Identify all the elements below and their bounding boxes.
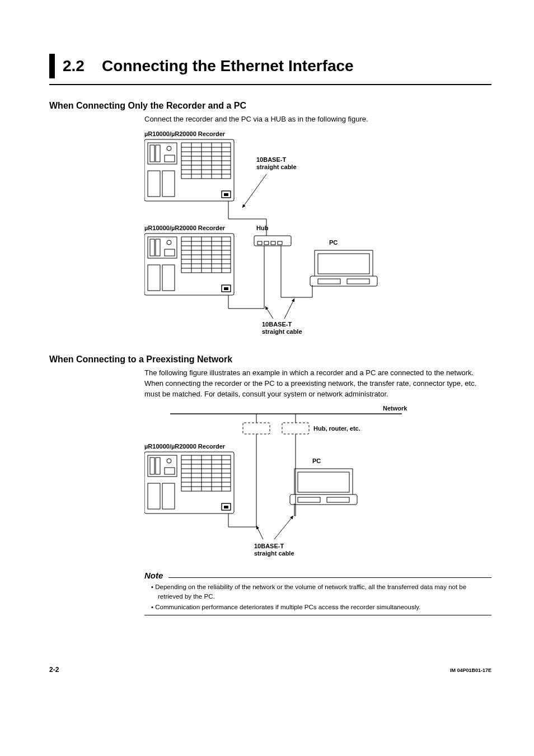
svg-rect-2 [148, 143, 177, 164]
svg-point-32 [167, 240, 171, 245]
svg-rect-51 [257, 241, 262, 245]
note-rule-bottom [144, 615, 491, 615]
svg-rect-93 [224, 506, 228, 508]
svg-rect-53 [271, 241, 275, 245]
svg-text:µR10000/µR20000 Recorder: µR10000/µR20000 Recorder [144, 443, 226, 450]
svg-rect-77 [165, 468, 175, 474]
svg-rect-6 [165, 155, 175, 162]
svg-rect-1 [144, 139, 234, 201]
svg-rect-20 [162, 171, 175, 197]
page-footer: 2-2 IM 04P01B01-17E [49, 666, 491, 674]
svg-rect-72 [144, 452, 234, 514]
svg-line-25 [242, 174, 266, 208]
svg-text:Hub, router, etc.: Hub, router, etc. [313, 425, 360, 432]
doc-id: IM 04P01B01-17E [450, 668, 491, 673]
title-mark [49, 54, 55, 78]
figure-2: Network Hub, router, etc. µR10000/µR2000… [144, 404, 491, 563]
page-number: 2-2 [49, 666, 59, 674]
figure-1: µR10000/µR20000 Recorder [144, 129, 491, 339]
svg-line-99 [256, 526, 263, 539]
svg-text:10BASE-T: 10BASE-T [262, 321, 292, 328]
section1-paragraph: Connect the recorder and the PC via a HU… [144, 114, 491, 125]
title-rule [49, 84, 491, 85]
title-heading: Connecting the Ethernet Interface [102, 57, 354, 74]
svg-rect-75 [156, 458, 160, 474]
svg-rect-69 [282, 423, 309, 434]
svg-text:µR10000/µR20000 Recorder: µR10000/µR20000 Recorder [144, 225, 226, 231]
svg-rect-98 [327, 497, 349, 502]
svg-rect-33 [165, 249, 175, 256]
svg-line-60 [265, 306, 273, 319]
svg-rect-28 [144, 234, 234, 295]
page-title: 2.2 Connecting the Ethernet Interface [63, 54, 354, 78]
svg-rect-52 [264, 241, 269, 245]
svg-rect-59 [347, 279, 369, 284]
svg-point-76 [167, 459, 171, 463]
note-item-2: Communication performance deteriorates i… [151, 603, 491, 612]
svg-text:straight cable: straight cable [256, 164, 297, 170]
section2-heading: When Connecting to a Preexisting Network [49, 354, 491, 365]
note-item-1: Depending on the reliability of the netw… [151, 582, 491, 601]
svg-rect-19 [148, 171, 160, 197]
svg-text:PC: PC [329, 239, 338, 246]
svg-rect-74 [150, 458, 154, 474]
svg-rect-73 [148, 455, 177, 477]
svg-text:PC: PC [312, 458, 321, 464]
svg-text:µR10000/µR20000 Recorder: µR10000/µR20000 Recorder [144, 130, 226, 137]
svg-rect-91 [162, 483, 175, 509]
svg-point-5 [167, 146, 171, 151]
svg-rect-47 [162, 265, 175, 291]
svg-text:straight cable: straight cable [262, 328, 302, 335]
page-title-block: 2.2 Connecting the Ethernet Interface [49, 54, 491, 78]
svg-rect-95 [290, 494, 357, 505]
svg-text:10BASE-T: 10BASE-T [256, 156, 286, 163]
section1-heading: When Connecting Only the Recorder and a … [49, 101, 491, 111]
svg-rect-31 [156, 239, 160, 256]
note-list: Depending on the reliability of the netw… [151, 582, 491, 612]
svg-rect-22 [224, 193, 228, 196]
svg-rect-97 [298, 497, 320, 502]
svg-rect-57 [318, 254, 369, 274]
svg-text:Hub: Hub [256, 225, 269, 231]
svg-rect-46 [148, 265, 160, 291]
note-rule-top [168, 577, 491, 578]
svg-line-100 [274, 516, 293, 539]
svg-rect-68 [243, 423, 270, 434]
note-heading: Note [144, 571, 166, 580]
svg-rect-49 [224, 287, 228, 290]
svg-rect-4 [156, 145, 160, 162]
svg-rect-96 [298, 472, 349, 492]
svg-text:Network: Network [383, 405, 407, 412]
svg-rect-56 [310, 276, 377, 286]
svg-rect-29 [148, 237, 177, 258]
svg-line-61 [284, 298, 294, 319]
svg-text:straight cable: straight cable [254, 550, 294, 557]
svg-rect-3 [150, 145, 154, 162]
svg-rect-54 [278, 241, 282, 245]
title-number: 2.2 [63, 57, 85, 74]
note-block: Note Depending on the reliability of the… [144, 571, 491, 615]
svg-rect-58 [318, 279, 340, 284]
svg-rect-50 [254, 236, 291, 246]
svg-rect-90 [148, 483, 160, 509]
svg-rect-30 [150, 239, 154, 256]
section2-paragraph: The following figure illustrates an exam… [144, 368, 491, 400]
svg-text:10BASE-T: 10BASE-T [254, 543, 284, 549]
